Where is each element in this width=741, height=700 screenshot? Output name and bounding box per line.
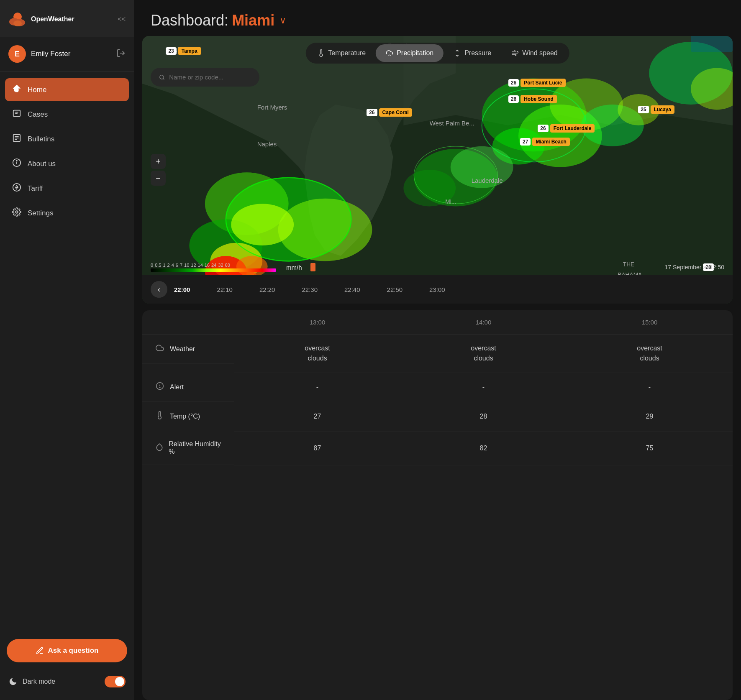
alert-icon [155,382,165,392]
about-icon [12,158,22,169]
sidebar-item-cases[interactable]: Cases [5,103,129,126]
timeline-time-0[interactable]: 22:00 [174,286,190,293]
weather-14: overcast clouds [400,335,567,373]
search-input[interactable] [169,74,251,81]
zoom-out-button[interactable]: − [151,171,166,186]
row-temp-label: Temp (°C) [142,402,234,431]
home-icon [12,84,22,95]
avatar: E [8,45,26,63]
timeline-time-6[interactable]: 23:00 [429,286,445,293]
svg-point-15 [16,161,17,161]
cloud-rain-icon [386,49,393,57]
city-lucaya: 25 Lucaya [638,105,674,114]
svg-line-24 [163,78,164,79]
sidebar-item-about-label: About us [28,160,56,168]
tab-pressure[interactable]: Pressure [444,44,501,62]
timeline-time-3[interactable]: 22:30 [302,286,318,293]
timeline-times: 22:00 22:10 22:20 22:30 22:40 22:50 23:0… [174,286,724,293]
map-controls: + − [151,154,166,186]
timeline-bar: ‹ 22:00 22:10 22:20 22:30 22:40 22:50 23… [142,275,733,304]
search-icon [159,74,165,81]
dark-mode-label: Dark mode [23,678,55,685]
collapse-button[interactable]: << [118,15,126,23]
dark-mode-left: Dark mode [8,677,55,686]
svg-point-3 [13,20,22,26]
col-header-14: 14:00 [400,310,567,335]
humidity-13: 87 [234,431,400,465]
timeline-back-button[interactable]: ‹ [151,281,167,298]
ask-question-button[interactable]: Ask a question [7,639,127,662]
map-section: Temperature Precipitation Pressure [142,36,733,304]
city-name-tampa: Tampa [178,47,201,55]
logo-left: OpenWeather [8,10,74,28]
city-fort-lauderdale: 26 Fort Lauderdale [538,124,595,133]
city-miami-beach: 27 Miami Beach [520,138,570,146]
sidebar-item-home-label: Home [28,86,46,94]
city-dropdown-chevron[interactable]: ∨ [279,15,286,26]
zoom-in-button[interactable]: + [151,154,166,169]
sidebar-item-tariff[interactable]: Tariff [5,177,129,200]
sidebar-user: E Emily Foster [0,37,134,72]
dashboard-title: Dashboard: [151,12,228,29]
legend-unit: mm/h [286,264,302,271]
cloud-icon [155,344,165,354]
pressure-icon [454,49,461,57]
svg-rect-58 [691,36,733,52]
tab-precipitation[interactable]: Precipitation [376,44,444,62]
humidity-14: 82 [400,431,567,465]
timeline-time-2[interactable]: 22:20 [259,286,275,293]
thermometer-row-icon [155,411,165,422]
dark-mode-toggle[interactable] [105,676,126,687]
temp-13: 27 [234,402,400,431]
legend-scale: 0 0.5 1 2 4 6 7 10 12 14 16 24 32 60 [151,263,276,272]
map-tabs: Temperature Precipitation Pressure [305,43,569,64]
svg-text:West Palm Be...: West Palm Be... [430,120,474,127]
city-tampa: 23 Tampa [166,47,200,55]
timeline-time-4[interactable]: 22:40 [344,286,360,293]
city-hobe-sound: 26 Hobe Sound [508,95,557,103]
settings-icon [12,207,22,219]
moon-icon [8,677,18,686]
sidebar-item-tariff-label: Tariff [28,184,43,193]
svg-point-23 [160,75,164,79]
sidebar-logo: OpenWeather << [0,0,134,37]
humidity-icon [155,443,164,453]
tab-temperature[interactable]: Temperature [307,44,376,62]
bulletins-icon [12,133,22,145]
alert-13: - [234,373,400,402]
tab-wind-speed[interactable]: Wind speed [501,44,568,62]
svg-point-17 [15,211,18,213]
logout-button[interactable] [116,49,126,60]
legend-time: 17 September at 12:50 [665,264,724,271]
toggle-knob [115,677,124,686]
sidebar-nav: Home Cases Bull [0,72,134,632]
row-weather-label: Weather [142,335,234,364]
table-row: Weather overcast clouds overcast clouds [142,335,733,373]
sidebar-item-home[interactable]: Home [5,78,129,101]
svg-text:Mi...: Mi... [445,199,456,205]
legend-numbers: 0 0.5 1 2 4 6 7 10 12 14 16 24 32 60 [151,263,276,268]
city-cape-coral: 26 Cape Coral [367,108,412,117]
alert-15: - [567,373,733,402]
table-row: Alert - - - [142,373,733,402]
row-humidity-label: Relative Humidity % [142,431,234,465]
sidebar-bottom: Dark mode [0,667,134,700]
sidebar-item-bulletins-label: Bulletins [28,135,54,143]
map-legend: 0 0.5 1 2 4 6 7 10 12 14 16 24 32 60 mm [151,263,724,272]
timeline-time-1[interactable]: 22:10 [217,286,233,293]
timeline-time-5[interactable]: 22:50 [387,286,403,293]
col-header-15: 15:00 [567,310,733,335]
temp-14: 28 [400,402,567,431]
weather-13: overcast clouds [234,335,400,373]
svg-point-30 [231,204,294,245]
map-search[interactable] [151,68,259,87]
sidebar-item-cases-label: Cases [28,110,48,119]
alert-14: - [400,373,567,402]
sidebar-item-settings[interactable]: Settings [5,202,129,225]
sidebar-item-about[interactable]: About us [5,152,129,175]
sidebar-item-bulletins[interactable]: Bulletins [5,128,129,151]
weather-data-table: 13:00 14:00 15:00 Weather [142,310,733,465]
city-temp-tampa: 23 [166,47,176,55]
col-header-label [142,310,234,335]
wind-icon [511,49,519,57]
